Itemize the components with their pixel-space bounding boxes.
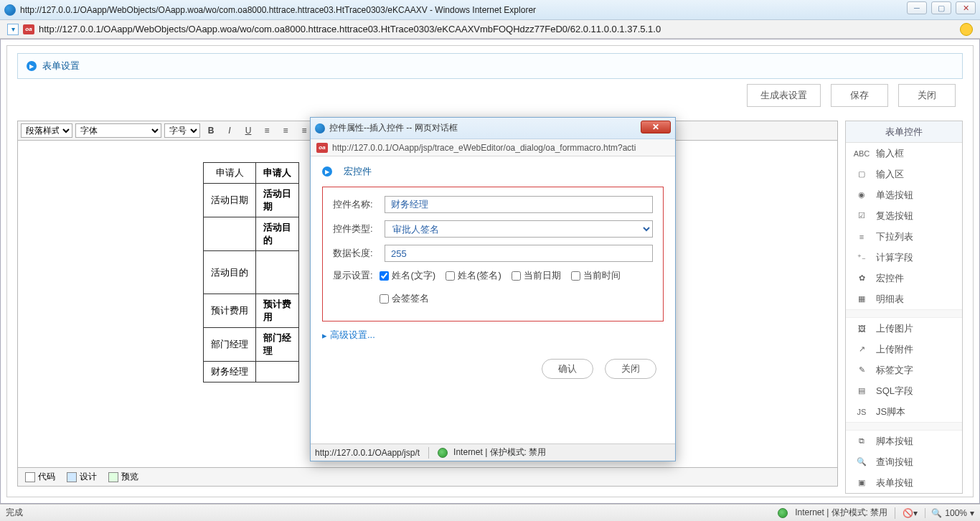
font-select[interactable]: 字体	[75, 123, 161, 138]
macro-dialog: 控件属性--插入控件 -- 网页对话框 ✕ oa http://127.0.0.…	[310, 117, 676, 461]
control-name-input[interactable]	[385, 196, 653, 213]
underline-button[interactable]: U	[240, 123, 256, 139]
palette-item-label: 下拉列表	[876, 230, 913, 243]
palette-item-label: 表单按钮	[876, 477, 913, 489]
palette-item-icon: ▦	[856, 294, 867, 304]
palette-item-label: 宏控件	[876, 272, 904, 285]
preview-icon	[108, 472, 118, 482]
palette-item-icon: ▣	[856, 478, 867, 488]
close-window-button[interactable]: ✕	[956, 1, 976, 14]
ie-logo-icon	[4, 4, 16, 16]
row-label: 活动目的	[204, 251, 256, 294]
palette-item-label: 单选按钮	[876, 189, 913, 202]
dialog-cancel-button[interactable]: 关闭	[605, 359, 656, 379]
zone-globe-icon	[778, 508, 788, 518]
align-left-button[interactable]: ≡	[259, 123, 275, 139]
checkbox[interactable]	[512, 271, 521, 281]
palette-item-label: 上传附件	[876, 343, 913, 356]
row-label: 财务经理	[204, 362, 256, 382]
palette-item[interactable]: ⧉脚本按钮	[846, 431, 962, 451]
check-item[interactable]: 姓名(文字)	[380, 269, 435, 282]
row-value[interactable]	[256, 251, 299, 294]
palette-item[interactable]: ▦明细表	[846, 288, 962, 309]
status-text: 完成	[6, 507, 23, 519]
size-select[interactable]: 字号	[164, 123, 200, 138]
checkbox[interactable]	[380, 294, 389, 304]
dialog-favicon-icon: oa	[316, 143, 328, 153]
dialog-title: 控件属性--插入控件 -- 网页对话框	[329, 122, 458, 134]
palette-item-label: 标签文字	[876, 364, 913, 377]
warning-icon[interactable]	[960, 23, 973, 36]
check-label: 当前时间	[583, 269, 621, 282]
minimize-button[interactable]: ─	[907, 1, 927, 14]
save-button[interactable]: 保存	[831, 84, 888, 107]
palette-item[interactable]: ⁺₋计算字段	[846, 247, 962, 268]
palette-item[interactable]: JSJS脚本	[846, 401, 962, 422]
close-button[interactable]: 关闭	[898, 84, 956, 107]
palette-item-label: 输入框	[876, 147, 904, 160]
checkbox[interactable]	[446, 271, 455, 281]
oa-favicon-icon: oa	[23, 24, 34, 34]
security-shield-icon[interactable]: ▾	[7, 24, 19, 35]
form-table: 申请人申请人 活动日期活动日期 活动目的 活动目的 预计费用预计费用 部门经理部…	[203, 162, 299, 382]
italic-button[interactable]: I	[222, 123, 237, 139]
advanced-link[interactable]: ▸ 高级设置...	[322, 329, 375, 342]
tab-code[interactable]: 代码	[25, 471, 55, 483]
dialog-status-bar: http://127.0.0.1/OAapp/jsp/t Internet | …	[311, 443, 675, 461]
para-style-select[interactable]: 段落样式	[21, 123, 72, 138]
check-item[interactable]: 姓名(签名)	[446, 269, 501, 282]
palette-item-label: 脚本按钮	[876, 435, 913, 448]
zoom-control[interactable]: 🔍 100% ▾	[925, 508, 974, 518]
row-value[interactable]: 部门经理	[256, 328, 299, 362]
checkbox[interactable]	[571, 271, 580, 281]
palette-item[interactable]: 🖼上传图片	[846, 318, 962, 339]
code-icon	[25, 472, 35, 482]
checkbox[interactable]	[380, 271, 389, 281]
dialog-zone-text: Internet | 保护模式: 禁用	[453, 446, 546, 459]
palette-item[interactable]: ✎标签文字	[846, 360, 962, 380]
data-length-input[interactable]	[385, 245, 653, 262]
palette-item[interactable]: ☑复选按钮	[846, 205, 962, 226]
palette-item-icon: ✿	[856, 273, 867, 283]
action-row: 生成表设置 保存 关闭	[7, 79, 973, 112]
check-item[interactable]: 当前日期	[512, 269, 561, 282]
row-value[interactable]: 活动日期	[256, 184, 299, 217]
browser-status-bar: 完成 Internet | 保护模式: 禁用 🚫▾ 🔍 100% ▾	[0, 504, 980, 521]
check-label: 姓名(签名)	[458, 269, 501, 282]
bold-button[interactable]: B	[203, 123, 219, 139]
check-item[interactable]: 会签签名	[380, 292, 429, 305]
palette-item[interactable]: ▢输入区	[846, 164, 962, 184]
maximize-button[interactable]: ▢	[931, 1, 951, 14]
palette-item[interactable]: ◉单选按钮	[846, 184, 962, 205]
protect-off-icon[interactable]: 🚫▾	[903, 508, 918, 518]
palette-item[interactable]: ✿宏控件	[846, 268, 962, 288]
dialog-section-title: ▶ 宏控件	[322, 165, 664, 178]
dialog-address-bar: oa http://127.0.0.1/OAapp/jsp/trace_eWeb…	[311, 139, 675, 156]
palette-item[interactable]: ▤SQL字段	[846, 380, 962, 401]
dialog-fieldset: 控件名称: 控件类型: 审批人签名 数据长度: 显示设置: 姓名(文字) 姓名(…	[322, 187, 664, 321]
dialog-close-button[interactable]: ✕	[641, 121, 671, 133]
dialog-url[interactable]: http://127.0.0.1/OAapp/jsp/trace_eWebEdi…	[332, 143, 636, 153]
palette-item-icon: ▢	[856, 169, 867, 179]
display-label: 显示设置:	[333, 269, 380, 282]
check-label: 会签签名	[392, 292, 429, 305]
control-type-select[interactable]: 审批人签名	[385, 220, 653, 238]
palette-item[interactable]: ≡下拉列表	[846, 226, 962, 247]
row-value[interactable]: 预计费用	[256, 294, 299, 328]
dialog-ok-button[interactable]: 确认	[542, 359, 593, 379]
palette-item[interactable]: 🔍查询按钮	[846, 451, 962, 472]
palette-item[interactable]: ABC输入框	[846, 143, 962, 164]
generate-button[interactable]: 生成表设置	[747, 84, 821, 107]
palette-item-label: 明细表	[876, 293, 904, 306]
tab-design[interactable]: 设计	[67, 471, 97, 483]
row-value[interactable]: 申请人	[256, 163, 299, 184]
align-center-button[interactable]: ≡	[278, 123, 293, 139]
tab-preview[interactable]: 预览	[108, 471, 138, 483]
url-text[interactable]: http://127.0.0.1/OAapp/WebObjects/OAapp.…	[39, 24, 956, 34]
palette-item[interactable]: ▣表单按钮	[846, 472, 962, 493]
dialog-titlebar[interactable]: 控件属性--插入控件 -- 网页对话框 ✕	[311, 118, 675, 139]
palette-item[interactable]: ↗上传附件	[846, 339, 962, 360]
row-value[interactable]	[256, 362, 299, 382]
check-item[interactable]: 当前时间	[571, 269, 621, 282]
row-value[interactable]: 活动目的	[256, 217, 299, 251]
